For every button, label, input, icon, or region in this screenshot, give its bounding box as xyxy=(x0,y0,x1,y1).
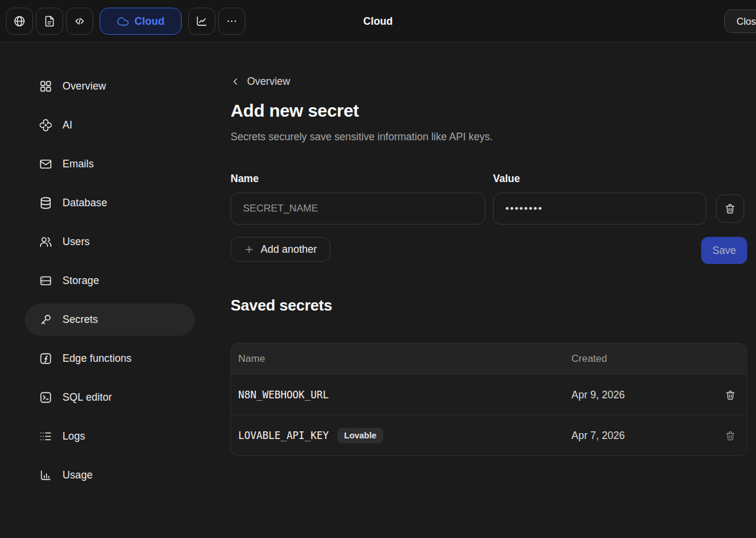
secret-name-cell: LOVABLE_API_KEY Lovable xyxy=(231,428,571,443)
logs-icon xyxy=(39,430,53,444)
file-icon xyxy=(43,15,56,28)
chevron-left-icon xyxy=(231,77,241,87)
table-header-row: Name Created xyxy=(231,344,747,374)
table-row: LOVABLE_API_KEY Lovable Apr 7, 2026 xyxy=(231,415,747,456)
sidebar-item-label: Secrets xyxy=(63,313,98,326)
delete-secret-button[interactable] xyxy=(718,424,742,447)
preview-button[interactable] xyxy=(6,8,33,35)
bar-chart-icon xyxy=(39,468,53,483)
breadcrumb-label: Overview xyxy=(247,75,290,88)
sidebar-item-ai[interactable]: AI xyxy=(25,109,195,141)
pages-button[interactable] xyxy=(36,8,63,35)
page-title: Add new secret xyxy=(231,101,747,121)
sidebar-item-label: AI xyxy=(63,119,73,131)
secret-name-text: LOVABLE_API_KEY xyxy=(238,430,329,441)
sidebar-item-overview[interactable]: Overview xyxy=(25,70,195,103)
sidebar-item-label: Users xyxy=(63,236,90,248)
secret-created-cell: Apr 9, 2026 xyxy=(571,389,714,401)
sidebar-item-label: SQL editor xyxy=(63,391,112,404)
chart-line-icon xyxy=(195,15,208,28)
add-another-button[interactable]: Add another xyxy=(231,237,330,262)
remove-secret-row-button[interactable] xyxy=(716,194,744,223)
saved-secrets-table: Name Created N8N_WEBHOOK_URL Apr 9, 2026 xyxy=(231,343,747,456)
name-field-group: Name xyxy=(231,173,485,225)
topbar-left-controls: Cloud xyxy=(6,8,245,35)
add-secret-form: Name Value xyxy=(231,173,747,225)
cloud-icon xyxy=(117,15,129,28)
ellipsis-icon xyxy=(225,15,238,28)
close-button[interactable]: Close xyxy=(724,9,756,33)
grid-icon xyxy=(39,80,53,94)
function-square-icon xyxy=(39,352,53,366)
secret-name-input[interactable] xyxy=(231,193,485,225)
secret-name-cell: N8N_WEBHOOK_URL xyxy=(231,389,571,401)
save-button[interactable]: Save xyxy=(701,237,747,264)
cloud-tab-label: Cloud xyxy=(134,15,165,28)
sidebar-item-label: Storage xyxy=(63,275,99,287)
users-icon xyxy=(39,235,53,249)
name-field-label: Name xyxy=(231,173,485,185)
key-icon xyxy=(39,313,53,327)
sidebar-item-label: Emails xyxy=(63,158,94,170)
secrets-page: Overview Add new secret Secrets securely… xyxy=(231,42,747,456)
analytics-button[interactable] xyxy=(188,8,215,35)
delete-secret-button[interactable] xyxy=(718,383,742,407)
topbar-title: Cloud xyxy=(363,15,393,27)
code-icon xyxy=(73,15,86,28)
value-field-label: Value xyxy=(493,173,747,185)
sidebar-item-label: Overview xyxy=(63,80,106,93)
code-view-button[interactable] xyxy=(66,8,93,35)
column-header-name: Name xyxy=(231,353,571,365)
sidebar-item-label: Database xyxy=(63,197,107,209)
secret-name-text: N8N_WEBHOOK_URL xyxy=(238,389,329,401)
sidebar-item-label: Edge functions xyxy=(63,352,132,365)
globe-icon xyxy=(13,15,26,28)
table-row: N8N_WEBHOOK_URL Apr 9, 2026 xyxy=(231,374,747,415)
cloud-sidebar: Overview AI Emails Database xyxy=(25,70,195,498)
sidebar-item-label: Usage xyxy=(63,469,93,481)
sidebar-item-emails[interactable]: Emails xyxy=(25,148,195,180)
breadcrumb-back-overview[interactable]: Overview xyxy=(231,75,290,88)
database-icon xyxy=(39,196,53,210)
envelope-icon xyxy=(39,157,53,171)
value-field-group: Value xyxy=(493,173,747,225)
saved-secrets-title: Saved secrets xyxy=(231,296,747,315)
secret-created-cell: Apr 7, 2026 xyxy=(571,430,714,442)
value-input-row xyxy=(493,193,747,225)
sidebar-item-storage[interactable]: Storage xyxy=(25,265,195,297)
clover-sparkle-icon xyxy=(39,118,53,133)
trash-icon xyxy=(725,430,736,441)
page-subtitle: Secrets securely save sensitive informat… xyxy=(231,131,747,143)
sidebar-item-secrets[interactable]: Secrets xyxy=(25,303,195,336)
sidebar-item-edge-functions[interactable]: Edge functions xyxy=(25,342,195,375)
plus-icon xyxy=(244,245,254,255)
column-header-created: Created xyxy=(571,353,714,365)
cloud-tab-button[interactable]: Cloud xyxy=(100,8,182,35)
sidebar-item-database[interactable]: Database xyxy=(25,187,195,219)
add-another-label: Add another xyxy=(261,243,317,256)
sidebar-item-sql-editor[interactable]: SQL editor xyxy=(25,381,195,414)
secret-value-input[interactable] xyxy=(493,193,706,225)
more-options-button[interactable] xyxy=(218,8,245,35)
trash-icon xyxy=(724,203,736,214)
sidebar-item-usage[interactable]: Usage xyxy=(25,459,195,491)
topbar: Cloud Cloud Close xyxy=(0,0,756,42)
trash-icon xyxy=(725,390,736,401)
lovable-badge: Lovable xyxy=(337,428,384,443)
form-actions-row: Add another Save xyxy=(231,237,747,264)
terminal-square-icon xyxy=(39,391,53,405)
sidebar-item-logs[interactable]: Logs xyxy=(25,420,195,453)
sidebar-item-users[interactable]: Users xyxy=(25,226,195,258)
sidebar-item-label: Logs xyxy=(63,430,85,443)
storage-icon xyxy=(39,274,53,288)
